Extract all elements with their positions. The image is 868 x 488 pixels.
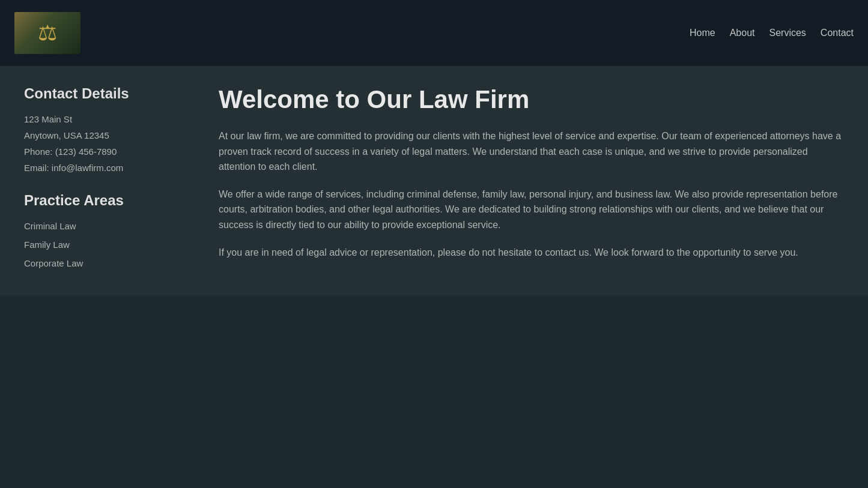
nav-services[interactable]: Services	[769, 28, 806, 38]
logo-image	[14, 12, 80, 54]
main-paragraph-1: At our law firm, we are committed to pro…	[219, 128, 844, 175]
site-header: Home About Services Contact	[0, 0, 868, 66]
main-paragraph-3: If you are in need of legal advice or re…	[219, 245, 844, 261]
address-line2: Anytown, USA 12345	[24, 130, 185, 140]
main-content: Welcome to Our Law Firm At our law firm,…	[209, 80, 854, 282]
address-line1: 123 Main St	[24, 114, 185, 124]
main-paragraph-2: We offer a wide range of services, inclu…	[219, 187, 844, 233]
nav-about[interactable]: About	[730, 28, 755, 38]
practice-list: Criminal Law Family Law Corporate Law	[24, 221, 185, 268]
main-container: Contact Details 123 Main St Anytown, USA…	[0, 66, 868, 296]
logo-container	[14, 12, 80, 54]
nav-home[interactable]: Home	[690, 28, 715, 38]
contact-info: 123 Main St Anytown, USA 12345 Phone: (1…	[24, 114, 185, 173]
phone: Phone: (123) 456-7890	[24, 146, 185, 157]
contact-heading: Contact Details	[24, 85, 185, 102]
list-item: Corporate Law	[24, 258, 185, 268]
practice-areas: Practice Areas Criminal Law Family Law C…	[24, 192, 185, 268]
main-heading: Welcome to Our Law Firm	[219, 85, 844, 114]
list-item: Family Law	[24, 239, 185, 250]
email: Email: info@lawfirm.com	[24, 163, 185, 173]
sidebar: Contact Details 123 Main St Anytown, USA…	[14, 80, 195, 282]
main-nav: Home About Services Contact	[690, 28, 854, 38]
nav-contact[interactable]: Contact	[821, 28, 854, 38]
list-item: Criminal Law	[24, 221, 185, 231]
practice-heading: Practice Areas	[24, 192, 185, 209]
